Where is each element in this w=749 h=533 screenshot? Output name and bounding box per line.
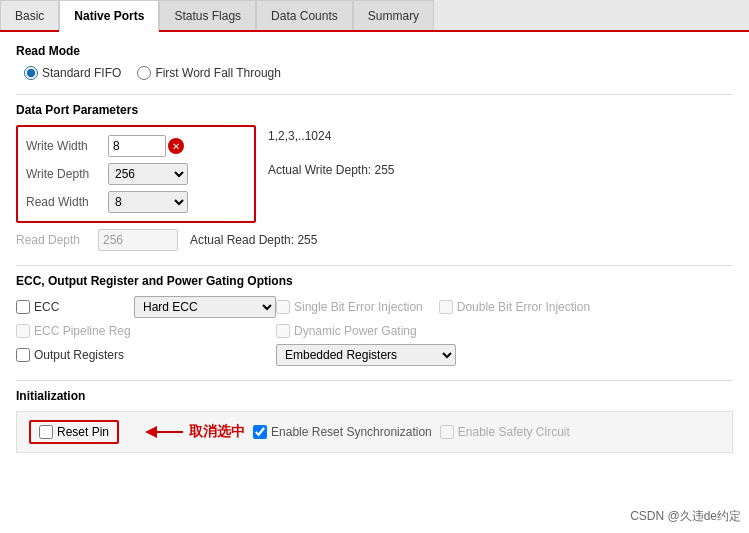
read-mode-section: Read Mode Standard FIFO First Word Fall … [16, 44, 733, 80]
tab-data-counts[interactable]: Data Counts [256, 0, 353, 30]
init-row: Reset Pin [29, 420, 720, 444]
read-mode-radio-group: Standard FIFO First Word Fall Through [24, 66, 733, 80]
tab-status-flags[interactable]: Status Flags [159, 0, 256, 30]
ecc-checkbox[interactable] [16, 300, 30, 314]
read-width-row: Read Width 8 [26, 191, 246, 213]
ecc-pipeline-right: Dynamic Power Gating [276, 324, 417, 338]
main-content: Read Mode Standard FIFO First Word Fall … [0, 32, 749, 533]
initialization-section: Initialization Reset Pin [16, 389, 733, 453]
write-width-hint: 1,2,3,..1024 [268, 125, 395, 147]
single-bit-checkbox [276, 300, 290, 314]
radio-standard-fifo-input[interactable] [24, 66, 38, 80]
read-depth-row: Read Depth Actual Read Depth: 255 [16, 229, 733, 251]
radio-first-word-label: First Word Fall Through [155, 66, 281, 80]
read-depth-input [98, 229, 178, 251]
init-box: Reset Pin [16, 411, 733, 453]
tab-native-ports[interactable]: Native Ports [59, 0, 159, 32]
actual-read-depth: Actual Read Depth: 255 [190, 233, 317, 247]
write-depth-label: Write Depth [26, 167, 108, 181]
params-right: 1,2,3,..1024 Actual Write Depth: 255 [268, 125, 395, 187]
hard-ecc-select[interactable]: Hard ECC [134, 296, 276, 318]
tab-basic[interactable]: Basic [0, 0, 59, 30]
embedded-registers-select[interactable]: Embedded Registers [276, 344, 456, 366]
ecc-left: ECC Hard ECC [16, 296, 276, 318]
data-port-title: Data Port Parameters [16, 103, 733, 117]
output-left: Output Registers [16, 348, 276, 362]
initialization-title: Initialization [16, 389, 733, 403]
read-depth-label: Read Depth [16, 233, 98, 247]
dynamic-power-checkbox [276, 324, 290, 338]
write-depth-select[interactable]: 256 [108, 163, 188, 185]
write-width-clear-btn[interactable]: ✕ [168, 138, 184, 154]
ecc-pipeline-label: ECC Pipeline Reg [16, 324, 131, 338]
enable-safety-circuit-checkbox [440, 425, 454, 439]
arrow-icon [145, 422, 185, 442]
radio-standard-fifo-label: Standard FIFO [42, 66, 121, 80]
output-row: Output Registers Embedded Registers [16, 344, 733, 366]
dynamic-power-label: Dynamic Power Gating [276, 324, 417, 338]
double-bit-label: Double Bit Error Injection [439, 300, 590, 314]
ecc-row-1: ECC Hard ECC Single Bit Error Injection … [16, 296, 733, 318]
enable-reset-sync-label[interactable]: Enable Reset Synchronization [253, 425, 432, 439]
single-bit-label: Single Bit Error Injection [276, 300, 423, 314]
actual-write-depth: Actual Write Depth: 255 [268, 159, 395, 181]
read-width-select[interactable]: 8 [108, 191, 188, 213]
output-registers-checkbox[interactable] [16, 348, 30, 362]
reset-pin-label[interactable]: Reset Pin [29, 420, 119, 444]
reset-pin-checkbox[interactable] [39, 425, 53, 439]
output-right: Embedded Registers [276, 344, 456, 366]
write-depth-row: Write Depth 256 [26, 163, 246, 185]
ecc-pipeline-left: ECC Pipeline Reg [16, 324, 276, 338]
data-port-section: Data Port Parameters Write Width ✕ Write [16, 103, 733, 251]
radio-first-word-fall-through[interactable]: First Word Fall Through [137, 66, 281, 80]
ecc-right: Single Bit Error Injection Double Bit Er… [276, 300, 590, 314]
cancel-text: 取消选中 [189, 423, 245, 441]
write-width-label: Write Width [26, 139, 108, 153]
write-width-input-wrapper: ✕ [108, 135, 184, 157]
ecc-row-2: ECC Pipeline Reg Dynamic Power Gating [16, 324, 733, 338]
params-box: Write Width ✕ Write Depth 256 [16, 125, 256, 223]
ecc-checkbox-label[interactable]: ECC [16, 300, 126, 314]
enable-safety-circuit-label: Enable Safety Circuit [440, 425, 570, 439]
tab-summary[interactable]: Summary [353, 0, 434, 30]
double-bit-checkbox [439, 300, 453, 314]
ecc-section: ECC, Output Register and Power Gating Op… [16, 274, 733, 366]
write-width-input[interactable] [108, 135, 166, 157]
output-registers-label[interactable]: Output Registers [16, 348, 276, 362]
ecc-title: ECC, Output Register and Power Gating Op… [16, 274, 733, 288]
ecc-pipeline-checkbox [16, 324, 30, 338]
write-width-row: Write Width ✕ [26, 135, 246, 157]
watermark: CSDN @久违de约定 [630, 508, 741, 525]
read-mode-title: Read Mode [16, 44, 733, 58]
arrow-annotation: 取消选中 [145, 422, 245, 442]
read-width-label: Read Width [26, 195, 108, 209]
enable-reset-sync-checkbox[interactable] [253, 425, 267, 439]
reset-pin-wrapper: Reset Pin [29, 420, 245, 444]
radio-standard-fifo[interactable]: Standard FIFO [24, 66, 121, 80]
radio-first-word-input[interactable] [137, 66, 151, 80]
tab-bar: Basic Native Ports Status Flags Data Cou… [0, 0, 749, 32]
